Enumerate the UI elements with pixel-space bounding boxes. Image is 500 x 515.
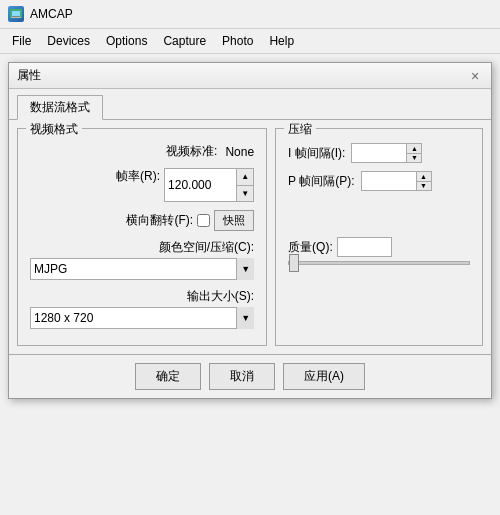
dialog-footer: 确定 取消 应用(A)	[9, 354, 491, 398]
i-frame-spinner: ▲ ▼	[351, 143, 422, 163]
i-frame-down-button[interactable]: ▼	[407, 154, 421, 163]
menu-photo[interactable]: Photo	[214, 31, 261, 51]
tab-data-stream[interactable]: 数据流格式	[17, 95, 103, 120]
flip-checkbox[interactable]	[197, 214, 210, 227]
frame-rate-input[interactable]	[164, 168, 236, 202]
video-standard-row: 视频标准: None	[30, 143, 254, 160]
p-frame-input[interactable]	[361, 171, 416, 191]
close-button[interactable]: ×	[467, 68, 483, 84]
compress-spacer	[288, 199, 470, 229]
menu-options[interactable]: Options	[98, 31, 155, 51]
p-frame-label: P 帧间隔(P):	[288, 173, 354, 190]
output-size-select[interactable]: 1280 x 720 1920 x 1080 640 x 480 320 x 2…	[30, 307, 254, 329]
svg-rect-2	[13, 16, 19, 17]
svg-rect-3	[11, 17, 21, 18]
cancel-button[interactable]: 取消	[209, 363, 275, 390]
menu-file[interactable]: File	[4, 31, 39, 51]
dialog-body: 视频格式 视频标准: None 帧率(R): ▲ ▼	[9, 119, 491, 354]
color-space-select-wrap: MJPG YUY2 RGB ▼	[30, 258, 254, 280]
frame-rate-row: 帧率(R): ▲ ▼	[30, 168, 254, 202]
svg-rect-1	[12, 11, 20, 16]
i-frame-row: I 帧间隔(I): ▲ ▼	[288, 143, 470, 163]
apply-button[interactable]: 应用(A)	[283, 363, 365, 390]
frame-rate-label: 帧率(R):	[116, 168, 160, 185]
video-standard-label: 视频标准:	[166, 143, 217, 160]
p-frame-spinner-buttons: ▲ ▼	[416, 171, 432, 191]
snap-button[interactable]: 快照	[214, 210, 254, 231]
output-size-row: 输出大小(S): 1280 x 720 1920 x 1080 640 x 48…	[30, 288, 254, 329]
title-bar: AMCAP	[0, 0, 500, 29]
color-space-label: 颜色空间/压缩(C):	[30, 239, 254, 256]
video-format-group: 视频格式 视频标准: None 帧率(R): ▲ ▼	[17, 128, 267, 346]
p-frame-row: P 帧间隔(P): ▲ ▼	[288, 171, 470, 191]
tab-area: 数据流格式	[9, 89, 491, 119]
menu-bar: File Devices Options Capture Photo Help	[0, 29, 500, 54]
flip-row: 横向翻转(F): 快照	[30, 210, 254, 231]
p-frame-up-button[interactable]: ▲	[417, 172, 431, 182]
app-title: AMCAP	[30, 7, 73, 21]
i-frame-up-button[interactable]: ▲	[407, 144, 421, 154]
dialog-title: 属性	[17, 67, 41, 84]
confirm-button[interactable]: 确定	[135, 363, 201, 390]
color-space-row: 颜色空间/压缩(C): MJPG YUY2 RGB ▼	[30, 239, 254, 280]
output-size-label: 输出大小(S):	[30, 288, 254, 305]
compress-label: 压缩	[284, 121, 316, 138]
menu-help[interactable]: Help	[261, 31, 302, 51]
dialog-title-bar: 属性 ×	[9, 63, 491, 89]
p-frame-down-button[interactable]: ▼	[417, 182, 431, 191]
i-frame-label: I 帧间隔(I):	[288, 145, 345, 162]
menu-capture[interactable]: Capture	[155, 31, 214, 51]
app-icon	[8, 6, 24, 22]
p-frame-spinner: ▲ ▼	[361, 171, 432, 191]
video-format-label: 视频格式	[26, 121, 82, 138]
properties-dialog: 属性 × 数据流格式 视频格式 视频标准: None 帧率(R):	[8, 62, 492, 399]
video-standard-value: None	[225, 145, 254, 159]
menu-devices[interactable]: Devices	[39, 31, 98, 51]
flip-label: 横向翻转(F):	[126, 212, 193, 229]
i-frame-input[interactable]	[351, 143, 406, 163]
quality-slider[interactable]	[288, 261, 470, 265]
i-frame-spinner-buttons: ▲ ▼	[406, 143, 422, 163]
compress-group: 压缩 I 帧间隔(I): ▲ ▼ P 帧间隔(P):	[275, 128, 483, 346]
frame-rate-spinner-buttons: ▲ ▼	[236, 168, 254, 202]
slider-row	[288, 261, 470, 265]
frame-rate-down-button[interactable]: ▼	[237, 186, 253, 202]
frame-rate-spinner: ▲ ▼	[164, 168, 254, 202]
frame-rate-up-button[interactable]: ▲	[237, 169, 253, 186]
quality-label: 质量(Q):	[288, 239, 333, 256]
output-size-select-wrap: 1280 x 720 1920 x 1080 640 x 480 320 x 2…	[30, 307, 254, 329]
color-space-select[interactable]: MJPG YUY2 RGB	[30, 258, 254, 280]
